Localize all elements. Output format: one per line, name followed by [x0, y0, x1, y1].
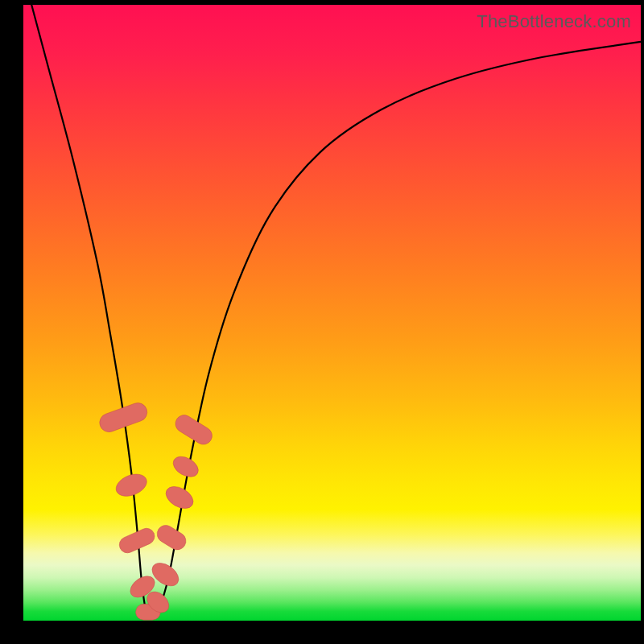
chart-svg — [23, 5, 641, 621]
curve-marker — [97, 400, 150, 435]
svg-rect-7 — [154, 522, 189, 552]
svg-point-9 — [170, 452, 202, 481]
marker-layer — [97, 400, 216, 620]
curve-marker — [170, 452, 202, 481]
chart-frame: TheBottleneck.com — [0, 0, 644, 644]
curve-marker — [154, 522, 189, 552]
svg-point-8 — [162, 482, 196, 513]
plot-area: TheBottleneck.com — [23, 5, 641, 621]
curve-marker — [162, 482, 196, 513]
bottleneck-curve — [23, 0, 641, 618]
curve-layer — [23, 0, 641, 618]
svg-rect-0 — [97, 400, 150, 435]
